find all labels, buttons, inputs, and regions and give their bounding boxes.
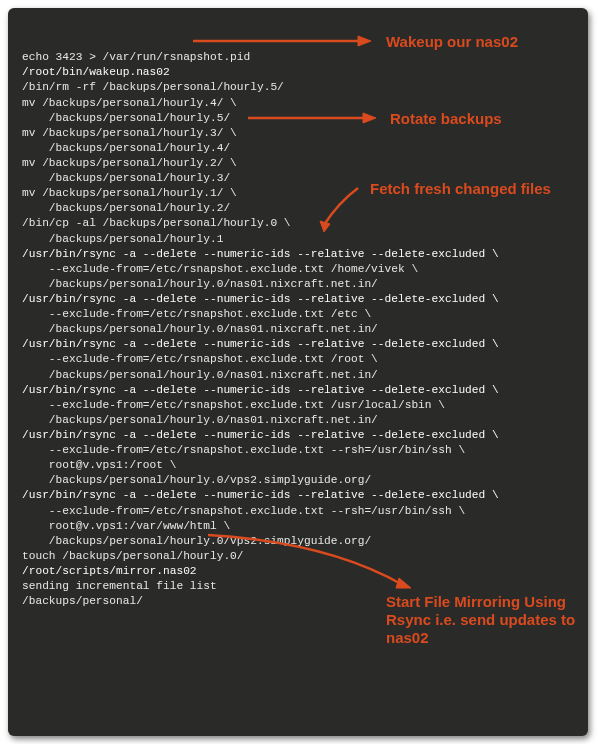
terminal-line: mv /backups/personal/hourly.3/ \	[22, 126, 574, 141]
terminal-line: --exclude-from=/etc/rsnapshot.exclude.tx…	[22, 398, 574, 413]
terminal-line: /usr/bin/rsync -a --delete --numeric-ids…	[22, 292, 574, 307]
terminal-line: /backups/personal/	[22, 594, 574, 609]
annotation-wakeup: Wakeup our nas02	[386, 33, 518, 51]
terminal-line: /backups/personal/hourly.0/vps2.simplygu…	[22, 534, 574, 549]
terminal-line: --exclude-from=/etc/rsnapshot.exclude.tx…	[22, 262, 574, 277]
terminal-line: --exclude-from=/etc/rsnapshot.exclude.tx…	[22, 307, 574, 322]
terminal-line: /root/bin/wakeup.nas02	[22, 65, 574, 80]
terminal-output: echo 3423 > /var/run/rsnapshot.pid/root/…	[22, 50, 574, 609]
terminal-line: /usr/bin/rsync -a --delete --numeric-ids…	[22, 488, 574, 503]
terminal-line: /bin/rm -rf /backups/personal/hourly.5/	[22, 80, 574, 95]
terminal-line: /backups/personal/hourly.0/nas01.nixcraf…	[22, 368, 574, 383]
terminal-line: /usr/bin/rsync -a --delete --numeric-ids…	[22, 337, 574, 352]
terminal-line: root@v.vps1:/var/www/html \	[22, 519, 574, 534]
terminal-line: /backups/personal/hourly.1	[22, 232, 574, 247]
svg-marker-1	[358, 36, 371, 46]
terminal-line: /backups/personal/hourly.0/vps2.simplygu…	[22, 473, 574, 488]
arrow-wakeup-icon	[193, 34, 373, 48]
terminal-line: /usr/bin/rsync -a --delete --numeric-ids…	[22, 383, 574, 398]
terminal-line: --exclude-from=/etc/rsnapshot.exclude.tx…	[22, 443, 574, 458]
terminal-line: /backups/personal/hourly.4/	[22, 141, 574, 156]
terminal-line: /backups/personal/hourly.0/nas01.nixcraf…	[22, 413, 574, 428]
terminal-line: /usr/bin/rsync -a --delete --numeric-ids…	[22, 247, 574, 262]
terminal-line: /backups/personal/hourly.2/	[22, 201, 574, 216]
terminal-line: touch /backups/personal/hourly.0/	[22, 549, 574, 564]
terminal-line: /root/scripts/mirror.nas02	[22, 564, 574, 579]
terminal-line: /bin/cp -al /backups/personal/hourly.0 \	[22, 216, 574, 231]
terminal-window: echo 3423 > /var/run/rsnapshot.pid/root/…	[8, 8, 588, 736]
terminal-line: --exclude-from=/etc/rsnapshot.exclude.tx…	[22, 504, 574, 519]
terminal-line: /backups/personal/hourly.0/nas01.nixcraf…	[22, 322, 574, 337]
terminal-line: /backups/personal/hourly.3/	[22, 171, 574, 186]
terminal-line: mv /backups/personal/hourly.2/ \	[22, 156, 574, 171]
terminal-line: /backups/personal/hourly.0/nas01.nixcraf…	[22, 277, 574, 292]
terminal-line: root@v.vps1:/root \	[22, 458, 574, 473]
terminal-line: mv /backups/personal/hourly.1/ \	[22, 186, 574, 201]
terminal-line: /usr/bin/rsync -a --delete --numeric-ids…	[22, 428, 574, 443]
terminal-line: echo 3423 > /var/run/rsnapshot.pid	[22, 50, 574, 65]
terminal-line: sending incremental file list	[22, 579, 574, 594]
terminal-line: --exclude-from=/etc/rsnapshot.exclude.tx…	[22, 352, 574, 367]
terminal-line: mv /backups/personal/hourly.4/ \	[22, 96, 574, 111]
terminal-line: /backups/personal/hourly.5/	[22, 111, 574, 126]
